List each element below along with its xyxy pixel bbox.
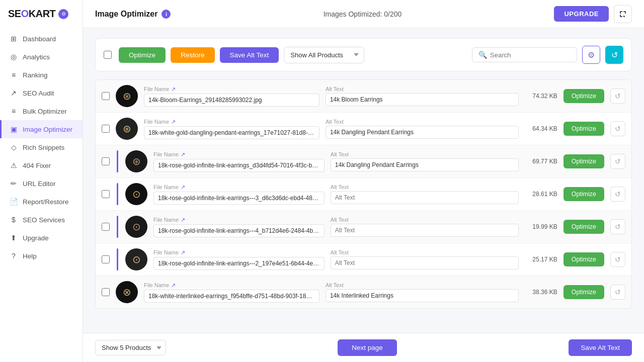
row-optimize-button[interactable]: Optimize [564,154,604,168]
reset-icon: ↺ [615,255,621,263]
product-thumbnail: ⊛ [125,150,147,172]
reset-icon: ↺ [615,92,621,100]
logo-settings-icon[interactable]: ⚙ [58,9,68,19]
expand-button[interactable] [614,5,632,23]
alt-text-input[interactable] [326,93,519,106]
search-input[interactable] [490,51,571,59]
alt-text-field: Alt Text [331,249,519,269]
file-name-label: File Name ↗ [144,86,319,93]
alt-text-label: Alt Text [326,86,519,92]
row-optimize-button[interactable]: Optimize [564,220,604,234]
row-reset-button[interactable]: ↺ [610,121,625,136]
file-name-field: File Name ↗ 14k-Bloom-Earrings_291482859… [144,86,319,107]
external-link-icon[interactable]: ↗ [181,249,185,256]
content-area: Optimize Restore Save Alt Text Show All … [83,28,644,333]
row-reset-button[interactable]: ↺ [610,219,625,234]
file-name-field: File Name ↗ 18k-rose-gold-infinite-link-… [153,217,325,237]
table-row: ⊙ File Name ↗ 18k-rose-gold-infinite-lin… [96,243,631,276]
alt-text-field: Alt Text [326,282,519,302]
select-all-checkbox[interactable] [104,51,112,59]
product-thumbnail: ⊙ [125,183,147,205]
file-name-value: 18k-rose-gold-infinite-link-earrings---4… [153,224,325,237]
product-thumbnail: ⊙ [125,216,147,238]
sidebar-item-ranking[interactable]: ≡ Ranking [0,66,83,84]
row-checkbox-6[interactable] [102,255,110,263]
restore-button[interactable]: Restore [171,47,214,63]
sidebar-item-rich-snippets[interactable]: ◇ Rich Snippets [0,138,83,156]
alt-text-label: Alt Text [331,249,519,255]
row-optimize-button[interactable]: Optimize [564,252,604,266]
sidebar-item-image-optimizer[interactable]: ▣ Image Optimizer [0,120,83,138]
footer-save-alt-button[interactable]: Save Alt Text [569,339,632,356]
row-checkbox-3[interactable] [102,157,110,165]
row-reset-button[interactable]: ↺ [610,154,625,169]
row-optimize-button[interactable]: Optimize [564,187,604,201]
external-link-icon[interactable]: ↗ [181,184,185,191]
save-alt-text-button[interactable]: Save Alt Text [220,47,279,63]
row-optimize-button[interactable]: Optimize [564,89,604,103]
reset-icon: ↺ [615,190,621,198]
info-icon[interactable]: i [162,10,171,19]
sidebar-item-url-editor[interactable]: ✏ URL Editor [0,174,83,193]
alt-text-field: Alt Text [326,86,519,106]
alt-text-input[interactable] [326,126,519,139]
external-link-icon[interactable]: ↗ [171,282,176,289]
table-row: ⊙ File Name ↗ 18k-rose-gold-infinite-lin… [96,211,631,243]
show-products-select[interactable]: Show All Products [284,47,364,63]
alt-text-label: Alt Text [331,151,519,157]
sidebar-item-404-fixer[interactable]: ⚠ 404 Fixer [0,156,83,174]
sidebar-item-label: Bulk Optimizer [23,108,67,115]
sidebar-item-dashboard[interactable]: ⊞ Dashboard [0,30,83,48]
file-name-field: File Name ↗ 18k-rose-gold-infinite-link-… [153,249,325,270]
file-size: 25.17 KB [525,256,557,263]
ranking-icon: ≡ [10,71,18,79]
settings-button[interactable]: ⚙ [582,46,600,64]
row-checkbox-4[interactable] [102,190,110,198]
external-link-icon[interactable]: ↗ [171,119,176,125]
alt-text-label: Alt Text [331,217,519,223]
row-optimize-button[interactable]: Optimize [564,285,604,299]
sidebar-item-label: Dashboard [23,35,56,43]
file-size: 74.32 KB [525,93,557,100]
sidebar-item-label: Analytics [23,53,50,61]
sidebar-item-report-restore[interactable]: 📄 Report/Restore [0,193,83,211]
product-thumbnail: ⊙ [125,248,147,270]
row-checkbox-7[interactable] [102,288,110,296]
sidebar-item-analytics[interactable]: ◎ Analytics [0,48,83,66]
alt-text-input[interactable] [331,224,519,237]
images-optimized-count: Images Optimized: 0/200 [324,10,402,18]
row-checkbox-5[interactable] [102,223,110,231]
toolbar: Optimize Restore Save Alt Text Show All … [95,38,632,71]
next-page-button[interactable]: Next page [338,339,397,356]
alt-text-input[interactable] [331,256,519,269]
row-reset-button[interactable]: ↺ [610,88,625,104]
row-checkbox-1[interactable] [102,92,110,100]
alt-text-input[interactable] [326,289,519,302]
row-checkbox-2[interactable] [102,125,110,133]
sidebar-item-help[interactable]: ? Help [0,247,83,265]
alt-text-input[interactable] [331,158,519,171]
upgrade-button[interactable]: UPGRADE [554,6,609,22]
logo-text: SEOKART [8,8,55,20]
sidebar-item-upgrade[interactable]: ⬆ Upgrade [0,229,83,247]
sidebar-item-label: Image Optimizer [23,126,72,133]
sidebar-item-label: 404 Fixer [23,162,51,169]
external-link-icon[interactable]: ↗ [181,151,185,158]
external-link-icon[interactable]: ↗ [171,86,176,93]
show-count-select[interactable]: Show 5 Products [95,340,166,355]
optimize-all-button[interactable]: Optimize [119,47,166,63]
analytics-icon: ◎ [10,53,18,61]
seo-audit-icon: ↗ [10,89,18,97]
row-reset-button[interactable]: ↺ [610,252,625,267]
sidebar-item-label: Report/Restore [23,198,69,206]
sidebar-item-bulk-optimizer[interactable]: ≡ Bulk Optimizer [0,102,83,120]
row-optimize-button[interactable]: Optimize [564,122,604,136]
sidebar-item-seo-audit[interactable]: ↗ SEO Audit [0,84,83,102]
row-reset-button[interactable]: ↺ [610,285,625,300]
sidebar-item-seo-services[interactable]: $ SEO Services [0,211,83,229]
row-reset-button[interactable]: ↺ [610,187,625,202]
alt-text-input[interactable] [331,191,519,204]
refresh-button[interactable]: ↺ [605,46,623,64]
sidebar-item-label: SEO Audit [23,89,54,97]
external-link-icon[interactable]: ↗ [181,217,185,223]
